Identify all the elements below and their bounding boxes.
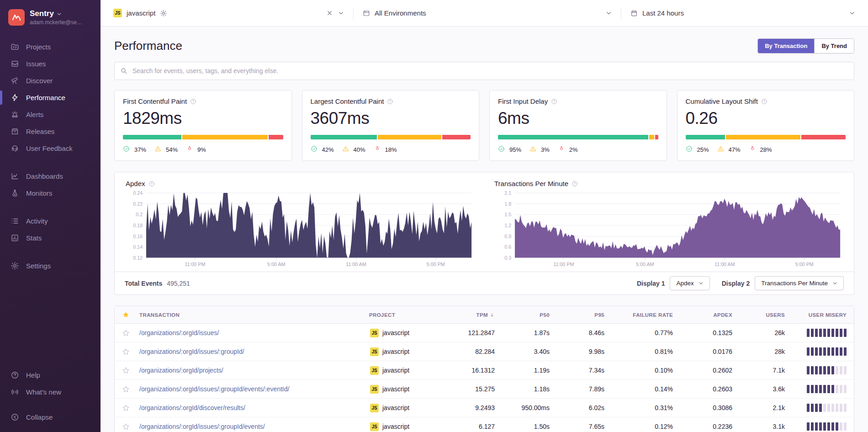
col-header-users[interactable]: USERS — [732, 312, 785, 318]
favorite-star-icon[interactable] — [122, 404, 139, 412]
sidebar-item-help[interactable]: Help — [0, 367, 101, 384]
sidebar-item-alerts[interactable]: Alerts — [0, 106, 101, 123]
vital-stat-meh: 40% — [342, 145, 365, 154]
cell-p50: 1.19s — [495, 367, 550, 374]
col-header-user-misery[interactable]: USER MISERY — [785, 312, 847, 318]
display1-select[interactable]: Apdex — [670, 276, 709, 290]
sidebar-item-projects[interactable]: Projects — [0, 38, 101, 55]
sidebar-item-stats[interactable]: Stats — [0, 229, 101, 246]
sidebar-item-monitors[interactable]: Monitors — [0, 185, 101, 202]
favorite-star-icon[interactable] — [122, 423, 139, 431]
daterange-selector[interactable]: Last 24 hours — [630, 9, 855, 17]
favorite-star-icon[interactable] — [122, 348, 139, 356]
sidebar-item-label: Activity — [26, 217, 48, 225]
sidebar-item-collapse[interactable]: Collapse — [0, 409, 101, 426]
favorite-star-header-icon[interactable] — [122, 311, 139, 319]
flame-icon — [558, 145, 566, 154]
js-project-badge-icon: JS — [370, 347, 379, 356]
vital-title: Largest Contentful Paint — [311, 97, 471, 105]
favorite-star-icon[interactable] — [122, 329, 139, 337]
toggle-by-transaction[interactable]: By Transaction — [758, 39, 814, 53]
project-cell: JSjavascript — [369, 366, 445, 375]
project-settings-gear-icon[interactable] — [160, 10, 167, 17]
vital-title-text: Cumulative Layout Shift — [686, 97, 758, 105]
transaction-link[interactable]: /organizations/:orgId/issues/ — [139, 329, 369, 336]
nav-gap — [0, 202, 101, 213]
vital-stat-meh: 47% — [717, 145, 741, 154]
col-header-tpm[interactable]: TPM — [445, 312, 495, 318]
cell-p95: 7.34s — [550, 367, 604, 374]
project-name: javascript — [382, 404, 409, 411]
chart-title: Transactions Per Minute — [494, 180, 843, 187]
sidebar-nav: ProjectsIssuesDiscoverPerformanceAlertsR… — [0, 38, 101, 367]
vital-stat-value: 40% — [354, 146, 365, 153]
vital-title-text: Largest Contentful Paint — [311, 97, 384, 105]
col-header-transaction[interactable]: TRANSACTION — [139, 312, 369, 318]
cell-apdex: 0.0176 — [673, 348, 732, 355]
svg-text:11:00 PM: 11:00 PM — [553, 261, 574, 267]
chevron-down-icon — [699, 281, 704, 286]
sidebar-item-settings[interactable]: Settings — [0, 257, 101, 274]
favorite-star-icon[interactable] — [122, 385, 139, 393]
display1-value: Apdex — [676, 280, 693, 287]
sidebar-item-label: Collapse — [26, 413, 53, 421]
project-selector[interactable]: JS javascript — [113, 9, 344, 17]
svg-text:0.18: 0.18 — [133, 223, 143, 228]
vital-value: 1829ms — [123, 109, 283, 128]
cell-p95: 6.02s — [550, 404, 604, 411]
display2-select[interactable]: Transactions Per Minute — [755, 276, 844, 290]
col-header-p95[interactable]: P95 — [550, 312, 604, 318]
sidebar-item-issues[interactable]: Issues — [0, 55, 101, 72]
transaction-link[interactable]: /organizations/:orgId/issues/:groupId/ev… — [139, 423, 369, 430]
brand[interactable]: Sentry adam.mckerlie@se… — [0, 6, 101, 27]
table-row: /organizations/:orgId/issues/:groupId/ev… — [115, 380, 854, 399]
col-header-failure-rate[interactable]: FAILURE RATE — [604, 312, 673, 318]
table-body: /organizations/:orgId/issues/JSjavascrip… — [115, 324, 854, 432]
cell-users: 28k — [732, 348, 785, 355]
transactions-table: TRANSACTIONPROJECTTPMP50P95FAILURE RATEA… — [114, 306, 854, 432]
check-circle-icon — [498, 145, 507, 154]
clear-project-icon[interactable] — [327, 10, 333, 16]
bar-segment-good — [123, 135, 181, 139]
col-header-apdex[interactable]: APDEX — [673, 312, 732, 318]
sidebar-item-releases[interactable]: Releases — [0, 123, 101, 140]
svg-text:1.2: 1.2 — [504, 223, 511, 228]
transaction-link[interactable]: /organizations/:orgId/issues/:groupId/ev… — [139, 385, 369, 393]
sidebar-item-dashboards[interactable]: Dashboards — [0, 168, 101, 185]
search-input[interactable] — [132, 67, 848, 75]
chevron-down-icon[interactable] — [338, 10, 344, 16]
js-project-badge-icon: JS — [370, 366, 379, 375]
col-header-p50[interactable]: P50 — [495, 312, 550, 318]
sidebar-item-activity[interactable]: Activity — [0, 213, 101, 229]
daterange-value: Last 24 hours — [642, 9, 684, 17]
sidebar-item-discover[interactable]: Discover — [0, 72, 101, 89]
view-toggle-group: By TransactionBy Trend — [757, 38, 854, 53]
transaction-link[interactable]: /organizations/:orgId/discover/results/ — [139, 404, 369, 411]
environment-value: All Environments — [375, 9, 426, 17]
environment-selector[interactable]: All Environments — [363, 9, 612, 17]
check-circle-icon — [686, 145, 694, 154]
svg-text:0.14: 0.14 — [133, 244, 143, 250]
sidebar-item-performance[interactable]: Performance — [0, 89, 101, 106]
transaction-link[interactable]: /organizations/:orgId/projects/ — [139, 367, 369, 374]
vital-stat-value: 28% — [760, 146, 772, 153]
col-header-project[interactable]: PROJECT — [369, 312, 445, 318]
project-name: javascript — [382, 348, 409, 355]
vital-card: Cumulative Layout Shift0.2625%47%28% — [677, 90, 855, 161]
svg-text:0.9: 0.9 — [504, 234, 511, 239]
toggle-by-trend[interactable]: By Trend — [814, 39, 854, 53]
vital-card: First Input Delay6ms95%3%2% — [489, 90, 667, 161]
vital-stat-value: 37% — [134, 146, 146, 153]
topbar: JS javascript All Environments Last 24 h… — [101, 0, 868, 27]
sidebar-item-user-feedback[interactable]: User Feedback — [0, 140, 101, 157]
vital-distribution-bar — [686, 135, 846, 139]
bar-segment-poor — [269, 135, 283, 139]
favorite-star-icon[interactable] — [122, 367, 139, 374]
transaction-link[interactable]: /organizations/:orgId/issues/:groupId/ — [139, 348, 369, 355]
dashboards-icon — [11, 172, 19, 181]
cell-apdex: 0.2602 — [673, 367, 732, 374]
sidebar-item-what-s-new[interactable]: What's new — [0, 384, 101, 400]
display2-label: Display 2 — [722, 280, 750, 287]
svg-text:5:00 AM: 5:00 AM — [636, 261, 654, 267]
vital-distribution-bar — [311, 135, 471, 139]
